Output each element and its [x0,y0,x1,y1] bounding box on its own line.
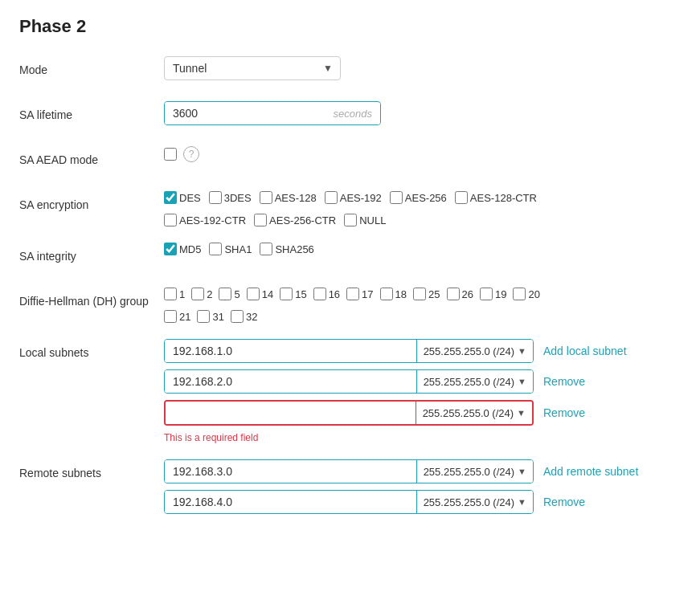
dh-5-checkbox[interactable] [219,288,231,300]
add-remote-subnet-link[interactable]: Add remote subnet [543,465,638,478]
enc-aes256-checkbox[interactable] [390,191,403,204]
remove-local-subnet-2-link[interactable]: Remove [543,375,585,388]
remove-local-subnet-3-link[interactable]: Remove [543,406,585,419]
mode-select-wrapper: Tunnel Transport ▼ [164,56,341,80]
sa-lifetime-row: SA lifetime seconds [19,101,677,130]
enc-des-checkbox[interactable] [164,191,177,204]
dh-26-checkbox[interactable] [447,288,460,300]
mode-row: Mode Tunnel Transport ▼ [19,56,677,85]
dh-25-label: 25 [428,288,440,300]
enc-aes192ctr-item: AES-192-CTR [164,214,246,226]
dh-32-label: 32 [246,311,257,323]
enc-null-label: NULL [359,214,386,226]
page-title: Phase 2 [19,16,677,37]
dh-18-label: 18 [395,288,407,300]
local-subnet-ip-2[interactable] [165,370,416,393]
dh-21-checkbox[interactable] [164,310,177,323]
enc-aes192ctr-checkbox[interactable] [164,214,177,226]
remote-subnet-row-2: 255.255.255.0 (/24) ▼ Remove [164,490,677,514]
dh-19-checkbox[interactable] [480,288,493,300]
enc-aes256ctr-checkbox[interactable] [254,214,267,226]
sa-lifetime-input[interactable] [165,102,325,124]
dh-2-label: 2 [207,288,212,300]
dh-15-checkbox[interactable] [280,288,293,300]
dh-31-checkbox[interactable] [197,310,210,323]
remote-subnet-ip-1[interactable] [165,460,416,483]
sa-aead-control: ? [164,146,677,162]
dh-1-checkbox[interactable] [164,288,177,300]
local-subnet-mask-wrapper-3[interactable]: 255.255.255.0 (/24) ▼ [416,402,532,424]
help-icon[interactable]: ? [183,146,199,162]
local-subnets-label: Local subnets [19,339,164,361]
dh-25-checkbox[interactable] [413,288,426,300]
enc-aes128ctr-checkbox[interactable] [455,191,468,204]
remote-subnet-ip-2[interactable] [165,491,416,513]
dh-21-item: 21 [164,310,190,323]
remote-subnets-row: Remote subnets 255.255.255.0 (/24) ▼ Add… [19,459,677,520]
dh-group-checkboxes: 1 2 5 14 15 16 [164,288,677,323]
remote-subnets-control: 255.255.255.0 (/24) ▼ Add remote subnet … [164,459,677,520]
sa-aead-row: SA AEAD mode ? [19,146,677,175]
mode-control: Tunnel Transport ▼ [164,56,677,80]
local-subnet-mask-text-2: 255.255.255.0 (/24) [424,376,514,388]
local-subnet-mask-wrapper-1[interactable]: 255.255.255.0 (/24) ▼ [417,340,533,362]
sa-integrity-control: MD5 SHA1 SHA256 [164,243,677,255]
remote-subnet-chevron-2: ▼ [518,497,526,507]
enc-aes256ctr-label: AES-256-CTR [269,214,336,226]
dh-20-checkbox[interactable] [513,288,526,300]
dh-20-item: 20 [513,288,539,300]
local-subnets-control: 255.255.255.0 (/24) ▼ Add local subnet 2… [164,339,677,443]
int-sha1-checkbox[interactable] [209,243,222,255]
int-sha256-label: SHA256 [275,243,313,255]
remote-subnet-mask-wrapper-1[interactable]: 255.255.255.0 (/24) ▼ [417,460,533,483]
local-subnet-input-group-2: 255.255.255.0 (/24) ▼ [164,369,534,394]
local-subnet-chevron-2: ▼ [518,377,526,386]
dh-18-checkbox[interactable] [380,288,393,300]
dh-17-checkbox[interactable] [346,288,359,300]
enc-aes256ctr-item: AES-256-CTR [254,214,336,226]
sa-aead-checkbox[interactable] [164,148,177,161]
dh-19-item: 19 [480,288,506,300]
enc-aes192-label: AES-192 [340,192,382,204]
sa-integrity-row: SA integrity MD5 SHA1 SHA256 [19,243,677,271]
dh-31-label: 31 [212,311,223,323]
mode-select[interactable]: Tunnel Transport [164,56,341,80]
int-md5-item: MD5 [164,243,201,255]
dh-group-control: 1 2 5 14 15 16 [164,288,677,323]
enc-aes128-checkbox[interactable] [260,191,272,204]
remote-subnet-row-1: 255.255.255.0 (/24) ▼ Add remote subnet [164,459,677,483]
enc-aes256-label: AES-256 [405,192,447,204]
int-sha256-item: SHA256 [260,243,313,255]
dh-32-checkbox[interactable] [231,310,244,323]
dh-1-label: 1 [179,288,185,300]
dh-16-checkbox[interactable] [313,288,326,300]
local-subnet-error-text: This is a required field [164,432,677,443]
int-sha256-checkbox[interactable] [260,243,272,255]
sa-encryption-control: DES 3DES AES-128 AES-192 AES-256 AES-128… [164,191,677,226]
enc-aes192-checkbox[interactable] [325,191,338,204]
enc-aes128ctr-label: AES-128-CTR [470,192,537,204]
local-subnet-mask-text-1: 255.255.255.0 (/24) [424,345,514,357]
remote-subnets-label: Remote subnets [19,459,164,482]
sa-encryption-group: DES 3DES AES-128 AES-192 AES-256 AES-128… [164,191,677,226]
enc-null-checkbox[interactable] [344,214,357,226]
local-subnet-ip-1[interactable] [165,340,416,362]
local-subnet-mask-wrapper-2[interactable]: 255.255.255.0 (/24) ▼ [417,370,533,393]
enc-3des-checkbox[interactable] [209,191,222,204]
dh-14-label: 14 [262,288,273,300]
dh-2-item: 2 [191,288,212,300]
remote-subnet-mask-text-1: 255.255.255.0 (/24) [424,466,514,478]
local-subnet-ip-3[interactable] [166,402,416,424]
sa-integrity-group: MD5 SHA1 SHA256 [164,243,677,255]
dh-14-checkbox[interactable] [247,288,260,300]
dh-2-checkbox[interactable] [191,288,204,300]
int-md5-checkbox[interactable] [164,243,177,255]
dh-25-item: 25 [413,288,440,300]
remote-subnet-mask-wrapper-2[interactable]: 255.255.255.0 (/24) ▼ [417,491,533,513]
enc-aes128-label: AES-128 [275,192,317,204]
enc-aes128ctr-item: AES-128-CTR [455,191,537,204]
add-local-subnet-link[interactable]: Add local subnet [543,345,627,357]
remove-remote-subnet-2-link[interactable]: Remove [543,496,585,508]
enc-des-item: DES [164,191,201,204]
enc-3des-label: 3DES [224,192,252,204]
